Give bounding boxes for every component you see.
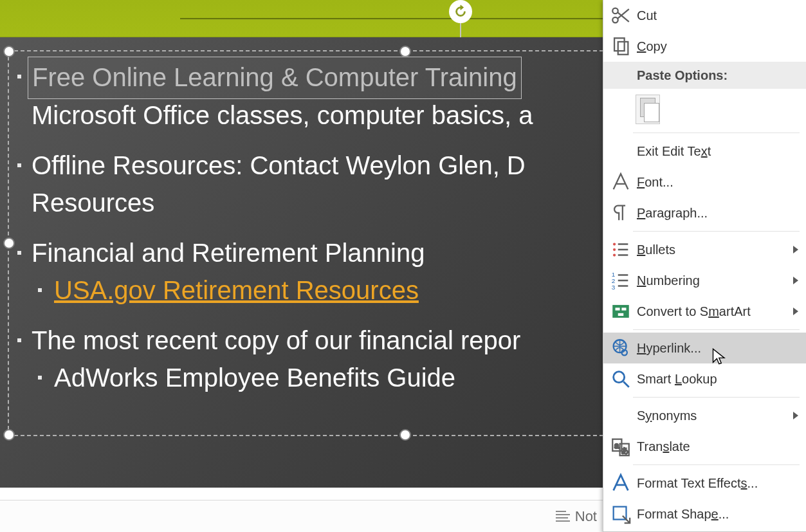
svg-point-15 [614,372,625,383]
copy-icon [610,35,632,57]
magnifier-icon [610,368,632,390]
list-item-line[interactable]: Financial and Retirement Planning [32,239,425,267]
font-a-icon [610,171,632,193]
menu-label: Cut [637,8,798,23]
menu-separator [633,329,800,330]
menu-numbering[interactable]: 123 Numbering [603,265,806,296]
svg-rect-12 [621,307,626,310]
globe-link-icon [610,337,632,359]
resize-handle[interactable] [3,429,15,441]
menu-separator [633,133,800,133]
svg-point-6 [613,253,616,256]
hyperlink-text[interactable]: USA.gov Retirement Resources [54,276,419,304]
menu-label: Paste Options: [637,68,728,83]
chevron-right-icon [793,412,798,419]
smartart-icon [610,300,632,322]
selected-text[interactable]: Free Online Learning & Computer Training [28,57,522,99]
chevron-right-icon [793,246,798,253]
menu-label: Synonyms [637,408,793,423]
menu-paragraph[interactable]: Paragraph... [603,197,806,228]
menu-separator [633,464,800,465]
chevron-right-icon [793,307,798,315]
resize-handle[interactable] [3,46,15,57]
menu-label: Format Text Effects... [637,476,798,491]
svg-rect-13 [618,313,624,316]
menu-label: Paragraph... [637,206,798,221]
scissors-icon [610,5,632,26]
svg-text:あ: あ [621,446,628,454]
notes-icon [556,511,570,522]
menu-label: Hyperlink... [637,341,798,356]
resize-handle[interactable] [399,46,411,57]
svg-text:3: 3 [612,284,616,291]
menu-exit-edit-text[interactable]: Exit Edit Text [603,136,806,167]
paragraph-icon [610,202,632,224]
menu-label: Format Shape... [637,507,798,522]
resize-handle[interactable] [399,429,411,441]
svg-point-5 [613,248,616,251]
list-item-line[interactable]: The most recent copy of our financial re… [32,326,520,354]
menu-cut[interactable]: Cut [603,0,806,31]
menu-smart-lookup[interactable]: Smart Lookup [603,363,806,394]
menu-bullets[interactable]: Bullets [603,234,806,265]
menu-label: Convert to SmartArt [637,304,793,319]
menu-translate[interactable]: aあ Translate [603,431,806,462]
menu-format-shape[interactable]: Format Shape... [603,499,806,529]
menu-label: Translate [637,439,798,454]
numbering-icon: 123 [610,270,632,291]
bullets-icon [610,239,632,261]
menu-separator [633,231,800,232]
chevron-right-icon [793,277,798,284]
paste-options-header: Paste Options: [603,62,806,89]
menu-label: Font... [637,175,798,190]
blank-icon [610,140,632,162]
rotate-handle[interactable] [449,0,472,23]
menu-label: Exit Edit Text [637,144,798,159]
menu-label: Copy [637,39,798,54]
menu-label: Numbering [637,273,793,288]
context-menu: Cut Copy Paste Options: Exit Edit Text F… [603,0,806,532]
text-effects-icon [610,472,632,494]
list-item-line[interactable]: Offline Resources: Contact Weylon Glen, … [32,151,526,179]
menu-label: Smart Lookup [637,372,798,387]
list-item-line[interactable]: AdWorks Employee Benefits Guide [54,363,455,392]
svg-rect-11 [616,307,620,310]
menu-font[interactable]: Font... [603,167,806,197]
menu-convert-smartart[interactable]: Convert to SmartArt [603,296,806,327]
svg-rect-2 [614,38,625,51]
format-shape-icon [610,503,632,525]
menu-copy[interactable]: Copy [603,31,806,62]
svg-text:a: a [614,441,619,450]
resize-handle[interactable] [3,237,15,249]
paste-keep-source-button[interactable] [636,95,660,124]
notes-label: Not [575,508,597,525]
menu-format-text-effects[interactable]: Format Text Effects... [603,468,806,499]
menu-separator [633,397,800,398]
menu-synonyms[interactable]: Synonyms [603,400,806,431]
menu-label: Bullets [637,243,793,257]
blank-icon [610,405,632,427]
translate-icon: aあ [610,436,632,457]
menu-hyperlink[interactable]: Hyperlink... [603,333,806,363]
svg-rect-3 [618,42,628,55]
paste-options-row [603,89,806,130]
svg-point-4 [613,243,616,245]
